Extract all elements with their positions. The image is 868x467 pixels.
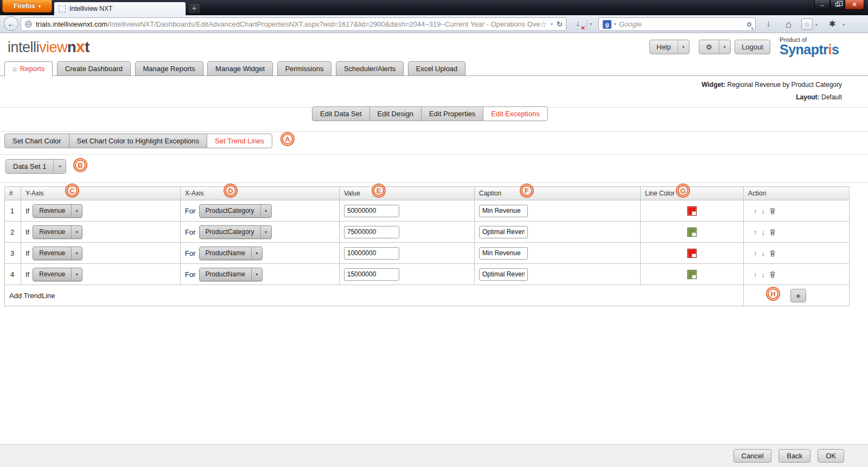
search-engine-dropdown-icon[interactable]: ▾ [614,22,616,27]
add-trendline-button[interactable]: + [790,289,806,302]
new-tab-button[interactable]: + [188,4,200,14]
browser-tab[interactable]: Intelliview NXT [54,2,186,15]
x-axis-dropdown[interactable]: ProductName▾ [199,247,263,260]
toolbar-overflow-icon[interactable]: ▾ [843,22,845,27]
move-down-icon[interactable]: ↓ [762,207,765,215]
search-box[interactable]: g ▾ [598,17,756,31]
tab-edit-exceptions[interactable]: Edit Exceptions [483,106,548,121]
x-axis-dropdown[interactable]: ProductCategory▾ [199,225,272,239]
tab-permissions[interactable]: Permissions [277,61,332,76]
dataset-selector[interactable]: Data Set 1 ▾ [5,159,66,174]
y-axis-dropdown[interactable]: Revenue▾ [33,225,82,239]
search-icon[interactable] [747,22,751,27]
col-header-action: Action [744,187,850,200]
caption-input[interactable] [479,205,528,217]
tab-scheduler-alerts[interactable]: Scheduler/Alerts [336,61,404,76]
line-color-swatch[interactable] [687,228,697,237]
delete-icon[interactable] [769,250,776,257]
logout-button[interactable]: Logout [735,40,770,54]
exception-tool-buttons: Set Chart Color Set Chart Color to Highl… [4,134,272,148]
move-down-icon[interactable]: ↓ [762,270,765,279]
move-up-icon[interactable]: ↑ [754,249,757,257]
google-search-engine-icon[interactable]: g [603,20,611,29]
app-logo: intelliviewnxt [8,37,90,56]
close-button[interactable]: ✕ [845,0,864,10]
value-input[interactable] [344,268,399,281]
back-button[interactable]: ← [4,16,18,31]
settings-button[interactable]: ⚙ ▾ [699,40,731,54]
tab-reports[interactable]: ⌂Reports [4,61,53,77]
chevron-down-icon[interactable]: ▾ [71,268,82,281]
delete-icon[interactable] [769,271,776,278]
back-button-footer[interactable]: Back [778,449,810,463]
move-up-icon[interactable]: ↑ [754,228,757,236]
chevron-down-icon[interactable]: ▾ [251,268,262,281]
download-dropdown-icon[interactable]: ▾ [590,22,592,27]
move-up-icon[interactable]: ↑ [754,207,757,215]
edit-mode-tabs: Edit Data Set Edit Design Edit Propertie… [312,106,548,121]
move-down-icon[interactable]: ↓ [762,249,765,257]
gear-icon[interactable]: ⚙ [699,40,719,54]
tab-create-dashboard[interactable]: Create Dashboard [57,61,131,76]
delete-icon[interactable] [769,207,776,214]
ok-button[interactable]: OK [818,449,844,463]
tab-manage-reports[interactable]: Manage Reports [135,61,203,76]
minimize-button[interactable]: – [814,0,830,10]
caption-input[interactable] [479,268,528,281]
firefox-menu-button[interactable]: Firefox ▾ [2,0,52,12]
chevron-down-icon[interactable]: ▾ [251,247,262,260]
reload-icon[interactable]: ↻ [557,20,563,28]
tab-excel-upload[interactable]: Excel Upload [408,61,466,76]
x-axis-dropdown[interactable]: ProductCategory▾ [199,204,272,218]
set-chart-color-highlight-exceptions-button[interactable]: Set Chart Color to Highlight Exceptions [69,134,207,148]
caption-input[interactable] [479,226,528,238]
tab-label: Manage Reports [143,65,195,73]
tab-edit-design[interactable]: Edit Design [369,106,422,121]
delete-icon[interactable] [769,229,776,236]
home-icon[interactable]: ⌂ [786,18,792,30]
y-axis-dropdown[interactable]: Revenue▾ [33,204,82,218]
line-color-swatch[interactable] [687,206,697,216]
plugin-icon[interactable]: ✱ [829,19,836,29]
settings-dropdown-icon[interactable]: ▾ [719,40,730,54]
url-dropdown-icon[interactable]: ▾ [551,22,553,27]
move-up-icon[interactable]: ↑ [754,270,757,279]
help-button[interactable]: Help ▾ [649,40,690,54]
tab-edit-data-set[interactable]: Edit Data Set [312,106,370,121]
line-color-swatch[interactable] [687,249,697,258]
set-trend-lines-button[interactable]: Set Trend Lines [207,134,272,148]
tab-edit-properties[interactable]: Edit Properties [421,106,483,121]
set-chart-color-button[interactable]: Set Chart Color [4,134,69,148]
chevron-down-icon[interactable]: ▾ [71,205,82,217]
caption-input[interactable] [479,247,528,260]
bookmarks-menu-icon[interactable]: ☆ [801,18,813,30]
move-down-icon[interactable]: ↓ [762,228,765,236]
chevron-down-icon[interactable]: ▾ [260,205,271,217]
bookmark-star-icon[interactable]: ☆ [540,20,547,29]
chevron-down-icon[interactable]: ▾ [260,226,271,238]
value-input[interactable] [344,226,399,238]
value-input[interactable] [344,247,399,260]
restore-button[interactable] [830,0,845,10]
line-color-swatch[interactable] [687,270,697,279]
tab-manage-widget[interactable]: Manage Widget [207,61,273,76]
footer-bar: Cancel Back OK [0,444,868,467]
help-dropdown-icon[interactable]: ▾ [678,40,689,54]
search-input[interactable] [619,20,744,28]
download-blocked-icon[interactable]: ↓ [571,18,584,30]
chevron-down-icon[interactable]: ▾ [71,226,82,238]
downloads-icon[interactable]: ↓ [766,18,771,29]
bookmarks-dropdown-icon[interactable]: ▾ [815,22,818,27]
value-input[interactable] [344,205,399,217]
url-bar[interactable]: trials.intelliviewnxt.com/IntelliviewNXT… [21,17,566,31]
tab-label: Edit Design [378,110,413,118]
y-axis-dropdown[interactable]: Revenue▾ [33,268,82,281]
dataset-dropdown-icon[interactable]: ▾ [53,160,66,173]
y-axis-dropdown[interactable]: Revenue▾ [33,247,82,260]
annotation-c: C [67,185,78,196]
help-label[interactable]: Help [650,40,678,54]
cancel-button[interactable]: Cancel [733,449,771,463]
dataset-label[interactable]: Data Set 1 [6,160,53,173]
x-axis-dropdown[interactable]: ProductName▾ [199,268,263,281]
chevron-down-icon[interactable]: ▾ [71,247,82,260]
